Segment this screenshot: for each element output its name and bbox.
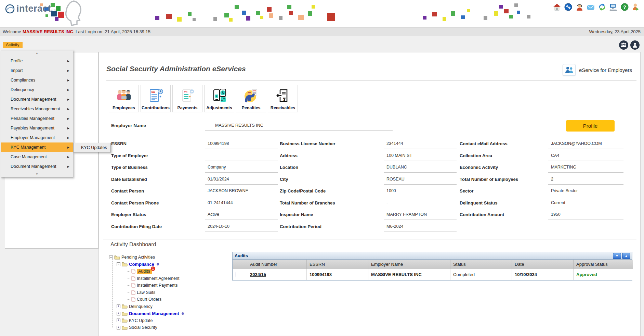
- folder-icon: [122, 311, 128, 316]
- row-radio-button[interactable]: [236, 272, 236, 277]
- field-value: MARRY FRAMPTON: [384, 211, 457, 220]
- menu-item-receivables-management[interactable]: Receivables Management: [1, 104, 73, 114]
- decorative-cube: [177, 17, 182, 22]
- decorative-cube: [443, 17, 446, 21]
- eservice-for-employers-icon: [563, 64, 576, 76]
- employer-name-label: Employer Name: [111, 123, 146, 128]
- menu-item-penalties-management[interactable]: Penalties Management: [1, 114, 73, 123]
- activity-menu-button[interactable]: Activity: [3, 42, 23, 48]
- app-logo[interactable]: interact.™: [5, 3, 56, 14]
- tree-node-installment-payments[interactable]: Installment Payments: [127, 282, 225, 289]
- decorative-cube: [256, 11, 260, 15]
- tree-node-document-management[interactable]: Document Management: [117, 310, 225, 317]
- scroll-top-button[interactable]: [622, 253, 630, 259]
- expand-icon[interactable]: [117, 326, 120, 329]
- tree-node-installment-agreement[interactable]: Installment Agreement: [127, 275, 225, 282]
- profile-button[interactable]: Profile: [566, 120, 615, 132]
- menu-item-document-management[interactable]: Document Management: [1, 95, 73, 104]
- menu-item-payables-management[interactable]: Payables Management: [1, 123, 73, 133]
- menu-item-delinquency[interactable]: Delinquency: [1, 85, 73, 95]
- decorative-cube: [166, 14, 172, 19]
- decorative-cube: [246, 16, 250, 21]
- decorative-cube: [235, 5, 239, 9]
- menu-item-profile[interactable]: Profile: [1, 56, 73, 66]
- employees-icon: [116, 85, 132, 105]
- company-name: MASSIVE RESULTS INC: [23, 29, 73, 34]
- decorative-cube: [327, 13, 335, 21]
- toolbar-icon-strip: ?: [553, 3, 640, 11]
- menu-item-compliances[interactable]: Compliances: [1, 75, 73, 85]
- field-label: Economic Activity: [457, 164, 548, 173]
- decorative-cube: [451, 11, 455, 16]
- menu-item-kyc-management[interactable]: KYC Management: [1, 142, 73, 152]
- sync-icon[interactable]: [598, 3, 606, 11]
- submenu-arrow-icon: [67, 155, 69, 159]
- main-content-panel: Social Security Administration eServices…: [98, 52, 641, 336]
- tree-node-label: Delinquency: [129, 304, 153, 309]
- field-label: Date Established: [111, 176, 205, 185]
- mail-icon[interactable]: [587, 3, 595, 11]
- tree-node-compliance[interactable]: Compliance: [117, 261, 225, 268]
- column-header: Status: [450, 260, 512, 269]
- tree-connector: [127, 299, 130, 300]
- decorative-cube: [494, 11, 498, 16]
- workstation-icon[interactable]: [609, 3, 617, 11]
- field-label: Contact Person Phone: [111, 199, 205, 208]
- tree-connector: [127, 278, 130, 278]
- submenu-item-kyc-updates[interactable]: KYC Updates: [73, 143, 111, 152]
- svg-text:?: ?: [623, 4, 626, 10]
- navigate-icon[interactable]: [564, 3, 572, 11]
- penalties-button[interactable]: TAX Penalties: [236, 85, 266, 112]
- module-label: Penalties: [242, 105, 261, 110]
- support-agent-icon[interactable]: [575, 3, 583, 11]
- tree-node-delinquency[interactable]: Delinquency: [117, 303, 225, 310]
- tree-node-pending-activities[interactable]: Pending Activities: [109, 254, 225, 261]
- logo-swirl-icon: [5, 4, 15, 14]
- contributions-button[interactable]: TAX Contributions: [141, 85, 171, 112]
- tree-node-law-suits[interactable]: Law Suits: [127, 289, 225, 296]
- tree-node-audits[interactable]: Audits1: [127, 268, 225, 275]
- field-label: Total Number of Employees: [457, 176, 548, 185]
- expand-icon[interactable]: [117, 304, 120, 308]
- expand-icon[interactable]: [117, 312, 120, 315]
- menu-item-document-management-2[interactable]: Document Management: [1, 162, 73, 171]
- svg-text:TAX: TAX: [184, 91, 188, 93]
- field-value: ROSEAU: [384, 176, 457, 185]
- menu-scroll-up-icon[interactable]: [1, 50, 73, 56]
- field-label: Zip Code/Postal Code: [278, 187, 384, 196]
- receivables-icon: $: [275, 85, 291, 105]
- tree-node-kyc-update[interactable]: KYC Update: [117, 317, 225, 324]
- tree-node-court-orders[interactable]: Court Orders: [127, 296, 225, 303]
- profile-person-icon[interactable]: [630, 40, 640, 50]
- decorative-cube: [461, 15, 465, 19]
- expand-icon[interactable]: [117, 319, 120, 322]
- audit-number-link[interactable]: 2024/15: [250, 272, 266, 277]
- field-value: 2341444: [384, 140, 457, 149]
- decorative-cube: [514, 3, 518, 7]
- collapse-icon[interactable]: [109, 256, 113, 259]
- decorative-cube: [267, 7, 272, 12]
- employees-button[interactable]: Employees: [109, 85, 139, 112]
- menu-item-employer-management[interactable]: Employer Management: [1, 133, 73, 142]
- decorative-cube: [527, 15, 530, 18]
- tree-node-social-security[interactable]: Social Security: [117, 324, 225, 331]
- tree-connector: [120, 266, 120, 299]
- audits-panel-title: Audits: [235, 253, 248, 258]
- menu-item-import[interactable]: Import: [1, 66, 73, 75]
- tree-node-label: Law Suits: [137, 290, 155, 295]
- receivables-button[interactable]: $ Receivables: [268, 85, 298, 112]
- essrn-cell: 100994198: [306, 269, 368, 280]
- decorative-cube: [287, 5, 291, 9]
- menu-scroll-down-icon[interactable]: [1, 171, 73, 177]
- home-icon[interactable]: [553, 3, 561, 11]
- collapse-icon[interactable]: [117, 262, 120, 266]
- sign-out-icon[interactable]: [632, 3, 640, 11]
- team-icon[interactable]: [619, 40, 628, 50]
- menu-item-case-management[interactable]: Case Management: [1, 152, 73, 162]
- help-icon[interactable]: ?: [620, 3, 629, 11]
- adjustments-button[interactable]: $ Adjustments: [204, 85, 234, 112]
- export-download-button[interactable]: [613, 253, 621, 259]
- file-icon: [131, 283, 135, 288]
- payments-button[interactable]: TAX Payments: [172, 85, 202, 112]
- field-label: City: [278, 176, 384, 185]
